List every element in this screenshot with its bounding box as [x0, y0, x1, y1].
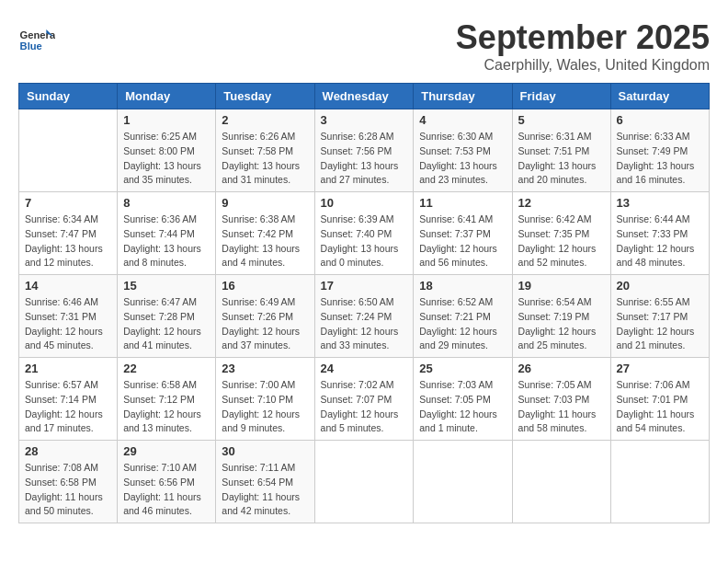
weekday-header-saturday: Saturday	[610, 84, 709, 109]
calendar-cell: 17Sunrise: 6:50 AMSunset: 7:24 PMDayligh…	[314, 275, 414, 358]
day-number: 21	[25, 362, 111, 375]
day-info: Sunrise: 7:02 AMSunset: 7:07 PMDaylight:…	[321, 378, 408, 436]
calendar-cell: 3Sunrise: 6:28 AMSunset: 7:56 PMDaylight…	[314, 109, 414, 192]
day-info: Sunrise: 6:47 AMSunset: 7:28 PMDaylight:…	[123, 295, 210, 353]
day-info: Sunrise: 7:08 AMSunset: 6:58 PMDaylight:…	[25, 461, 111, 519]
day-info: Sunrise: 6:36 AMSunset: 7:44 PMDaylight:…	[123, 213, 210, 270]
day-number: 30	[222, 444, 308, 458]
calendar-cell: 15Sunrise: 6:47 AMSunset: 7:28 PMDayligh…	[118, 275, 216, 358]
day-number: 8	[123, 196, 210, 210]
calendar-cell: 23Sunrise: 7:00 AMSunset: 7:10 PMDayligh…	[216, 358, 314, 441]
day-info: Sunrise: 6:25 AMSunset: 8:00 PMDaylight:…	[123, 130, 210, 188]
weekday-header-thursday: Thursday	[414, 84, 512, 109]
weekday-header-wednesday: Wednesday	[314, 84, 414, 109]
day-info: Sunrise: 6:52 AMSunset: 7:21 PMDaylight:…	[419, 295, 506, 353]
day-number: 9	[222, 196, 308, 210]
day-info: Sunrise: 6:41 AMSunset: 7:37 PMDaylight:…	[419, 213, 506, 270]
calendar-cell: 29Sunrise: 7:10 AMSunset: 6:56 PMDayligh…	[118, 441, 216, 523]
day-number: 15	[123, 279, 210, 293]
day-info: Sunrise: 7:11 AMSunset: 6:54 PMDaylight:…	[222, 461, 308, 519]
day-number: 16	[222, 279, 308, 293]
weekday-header-row: SundayMondayTuesdayWednesdayThursdayFrid…	[19, 84, 710, 109]
calendar-cell: 12Sunrise: 6:42 AMSunset: 7:35 PMDayligh…	[512, 192, 610, 275]
weekday-header-tuesday: Tuesday	[216, 84, 314, 109]
calendar-week-1: 1Sunrise: 6:25 AMSunset: 8:00 PMDaylight…	[19, 109, 710, 192]
day-info: Sunrise: 6:28 AMSunset: 7:56 PMDaylight:…	[321, 130, 408, 188]
calendar-cell: 4Sunrise: 6:30 AMSunset: 7:53 PMDaylight…	[414, 109, 512, 192]
day-info: Sunrise: 6:42 AMSunset: 7:35 PMDaylight:…	[518, 213, 605, 270]
day-info: Sunrise: 6:57 AMSunset: 7:14 PMDaylight:…	[25, 378, 111, 436]
calendar-cell: 5Sunrise: 6:31 AMSunset: 7:51 PMDaylight…	[512, 109, 610, 192]
logo: General Blue	[18, 22, 61, 59]
day-number: 28	[25, 444, 111, 458]
page-header: General Blue September 2025 Caerphilly, …	[18, 18, 710, 74]
weekday-header-sunday: Sunday	[19, 84, 118, 109]
calendar-cell	[610, 441, 709, 523]
calendar-cell: 16Sunrise: 6:49 AMSunset: 7:26 PMDayligh…	[216, 275, 314, 358]
logo-icon: General Blue	[18, 22, 55, 59]
day-info: Sunrise: 6:49 AMSunset: 7:26 PMDaylight:…	[222, 295, 308, 353]
day-info: Sunrise: 6:55 AMSunset: 7:17 PMDaylight:…	[617, 295, 703, 353]
month-title: September 2025	[456, 18, 710, 57]
day-number: 14	[25, 279, 111, 293]
day-info: Sunrise: 7:10 AMSunset: 6:56 PMDaylight:…	[123, 461, 210, 519]
calendar-cell: 11Sunrise: 6:41 AMSunset: 7:37 PMDayligh…	[414, 192, 512, 275]
calendar-cell: 8Sunrise: 6:36 AMSunset: 7:44 PMDaylight…	[118, 192, 216, 275]
day-number: 4	[419, 113, 506, 127]
calendar-cell: 1Sunrise: 6:25 AMSunset: 8:00 PMDaylight…	[118, 109, 216, 192]
calendar-cell: 22Sunrise: 6:58 AMSunset: 7:12 PMDayligh…	[118, 358, 216, 441]
day-info: Sunrise: 7:00 AMSunset: 7:10 PMDaylight:…	[222, 378, 308, 436]
day-number: 20	[617, 279, 703, 293]
day-number: 26	[518, 362, 605, 375]
calendar-cell: 6Sunrise: 6:33 AMSunset: 7:49 PMDaylight…	[610, 109, 709, 192]
day-info: Sunrise: 6:33 AMSunset: 7:49 PMDaylight:…	[617, 130, 703, 188]
calendar-cell: 19Sunrise: 6:54 AMSunset: 7:19 PMDayligh…	[512, 275, 610, 358]
day-info: Sunrise: 7:03 AMSunset: 7:05 PMDaylight:…	[419, 378, 506, 436]
svg-text:Blue: Blue	[20, 40, 42, 52]
calendar-cell: 9Sunrise: 6:38 AMSunset: 7:42 PMDaylight…	[216, 192, 314, 275]
day-number: 27	[617, 362, 703, 375]
calendar-cell: 7Sunrise: 6:34 AMSunset: 7:47 PMDaylight…	[19, 192, 118, 275]
day-info: Sunrise: 6:39 AMSunset: 7:40 PMDaylight:…	[321, 213, 408, 270]
day-info: Sunrise: 6:30 AMSunset: 7:53 PMDaylight:…	[419, 130, 506, 188]
calendar-week-2: 7Sunrise: 6:34 AMSunset: 7:47 PMDaylight…	[19, 192, 710, 275]
day-number: 22	[123, 362, 210, 375]
day-info: Sunrise: 6:50 AMSunset: 7:24 PMDaylight:…	[321, 295, 408, 353]
day-info: Sunrise: 6:54 AMSunset: 7:19 PMDaylight:…	[518, 295, 605, 353]
calendar-week-5: 28Sunrise: 7:08 AMSunset: 6:58 PMDayligh…	[19, 441, 710, 523]
day-number: 25	[419, 362, 506, 375]
day-number: 13	[617, 196, 703, 210]
calendar-cell: 24Sunrise: 7:02 AMSunset: 7:07 PMDayligh…	[314, 358, 414, 441]
calendar-cell: 20Sunrise: 6:55 AMSunset: 7:17 PMDayligh…	[610, 275, 709, 358]
weekday-header-friday: Friday	[512, 84, 610, 109]
calendar-cell: 13Sunrise: 6:44 AMSunset: 7:33 PMDayligh…	[610, 192, 709, 275]
day-number: 12	[518, 196, 605, 210]
calendar-table: SundayMondayTuesdayWednesdayThursdayFrid…	[18, 83, 710, 523]
calendar-cell	[414, 441, 512, 523]
day-info: Sunrise: 7:06 AMSunset: 7:01 PMDaylight:…	[617, 378, 703, 436]
calendar-cell	[314, 441, 414, 523]
calendar-cell	[19, 109, 118, 192]
calendar-cell: 14Sunrise: 6:46 AMSunset: 7:31 PMDayligh…	[19, 275, 118, 358]
day-info: Sunrise: 6:34 AMSunset: 7:47 PMDaylight:…	[25, 213, 111, 270]
calendar-week-4: 21Sunrise: 6:57 AMSunset: 7:14 PMDayligh…	[19, 358, 710, 441]
day-number: 24	[321, 362, 408, 375]
day-number: 7	[25, 196, 111, 210]
day-number: 17	[321, 279, 408, 293]
calendar-cell: 2Sunrise: 6:26 AMSunset: 7:58 PMDaylight…	[216, 109, 314, 192]
day-info: Sunrise: 6:38 AMSunset: 7:42 PMDaylight:…	[222, 213, 308, 270]
calendar-cell: 10Sunrise: 6:39 AMSunset: 7:40 PMDayligh…	[314, 192, 414, 275]
day-number: 3	[321, 113, 408, 127]
day-info: Sunrise: 6:31 AMSunset: 7:51 PMDaylight:…	[518, 130, 605, 188]
day-number: 6	[617, 113, 703, 127]
day-number: 19	[518, 279, 605, 293]
day-number: 23	[222, 362, 308, 375]
calendar-cell: 21Sunrise: 6:57 AMSunset: 7:14 PMDayligh…	[19, 358, 118, 441]
day-number: 2	[222, 113, 308, 127]
calendar-cell: 18Sunrise: 6:52 AMSunset: 7:21 PMDayligh…	[414, 275, 512, 358]
day-info: Sunrise: 6:26 AMSunset: 7:58 PMDaylight:…	[222, 130, 308, 188]
calendar-cell: 27Sunrise: 7:06 AMSunset: 7:01 PMDayligh…	[610, 358, 709, 441]
day-number: 18	[419, 279, 506, 293]
day-info: Sunrise: 6:46 AMSunset: 7:31 PMDaylight:…	[25, 295, 111, 353]
day-number: 29	[123, 444, 210, 458]
